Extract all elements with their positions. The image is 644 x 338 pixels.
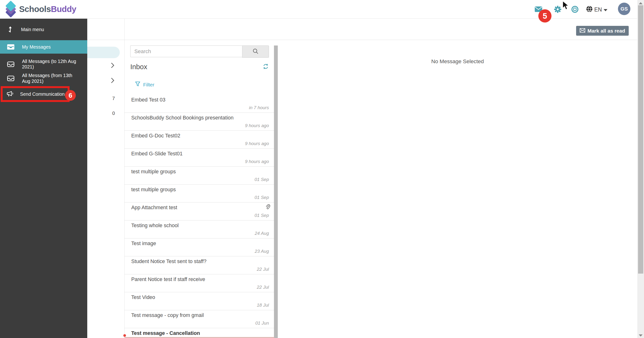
message-subject: Test message - copy from gmail	[131, 312, 204, 318]
message-timestamp: 01 Sep	[254, 213, 269, 218]
sidebar-item-label: All Messages (to 12th Aug 2021)	[22, 59, 87, 70]
message-subject: test multiple groups	[131, 187, 176, 193]
search-button[interactable]	[242, 46, 269, 58]
message-list-item[interactable]: Testing whole school 24 Aug	[124, 221, 274, 238]
message-timestamp: 22 Jul	[257, 267, 269, 272]
message-timestamp: 9 hours ago	[245, 123, 269, 128]
sidebar-item-label: My Messages	[22, 44, 51, 50]
message-subject: SchoolsBuddy School Bookings presentatio…	[131, 115, 234, 121]
message-list-item[interactable]: SchoolsBuddy School Bookings presentatio…	[124, 113, 274, 131]
scroll-down-arrow-icon[interactable]	[639, 334, 642, 336]
message-timestamp: 9 hours ago	[245, 159, 269, 164]
message-subject: Embed G-Slide Test01	[131, 151, 183, 157]
top-app-bar: SchoolsBuddy 5	[0, 0, 644, 19]
unread-count-badge: 5	[538, 9, 552, 23]
mouse-cursor	[562, 1, 570, 12]
folder-count: 0	[111, 111, 116, 116]
mark-all-as-read-button[interactable]: Mark all as read	[576, 26, 629, 36]
chevron-right-icon[interactable]	[111, 77, 114, 85]
filter-button[interactable]: Filter	[135, 81, 154, 88]
folders-subnav: 7 0	[87, 19, 124, 338]
folder-count: 7	[111, 96, 116, 101]
sidebar-item-send-communication[interactable]: Send Communication	[1, 86, 70, 102]
message-list-item[interactable]: Embed G-Doc Test02 9 hours ago	[124, 131, 274, 149]
content-header-divider	[87, 40, 637, 40]
selected-folder-pill[interactable]	[87, 47, 120, 58]
schoolsbuddy-logo[interactable]: SchoolsBuddy	[4, 2, 76, 17]
level-up-arrow-icon	[7, 26, 14, 33]
message-list-item[interactable]: Embed G-Slide Test01 9 hours ago	[124, 149, 274, 166]
chevron-right-icon[interactable]	[111, 62, 114, 69]
sidebar-item-label: Send Communication	[20, 91, 64, 97]
page-content: 7 0 Inbox	[0, 19, 644, 338]
message-subject: test multiple groups	[131, 169, 176, 175]
globe-icon	[586, 6, 592, 14]
sidebar-item-label: Main menu	[21, 27, 44, 32]
no-message-selected-text: No Message Selected	[278, 58, 637, 65]
annotation-step-badge: 6	[65, 90, 76, 101]
message-subject: Embed Test 03	[131, 97, 166, 103]
caret-down-icon	[604, 9, 608, 11]
main-sidebar: Main menu My Messages All Messages (to 1…	[0, 19, 87, 338]
message-list-item[interactable]: Embed Test 03 in 7 hours	[124, 95, 274, 113]
message-subject: Test message - Cancellation	[131, 330, 200, 336]
logo-diamonds-icon	[4, 2, 18, 17]
window-scrollbar[interactable]	[637, 0, 644, 338]
message-list-item[interactable]: Parent Notice test if staff receive 22 J…	[124, 274, 274, 292]
gear-icon[interactable]	[554, 6, 562, 14]
message-list-item[interactable]: test multiple groups 01 Sep	[124, 166, 274, 185]
search-icon	[252, 48, 259, 55]
message-timestamp: 22 Jul	[257, 285, 269, 290]
language-label: EN	[594, 7, 602, 13]
message-list-item[interactable]: Test image 23 Aug	[124, 238, 274, 256]
recording-dot	[123, 334, 126, 337]
mail-read-icon	[580, 28, 585, 34]
message-list: Embed Test 03 in 7 hours SchoolsBuddy Sc…	[124, 95, 274, 338]
megaphone-icon	[7, 91, 14, 97]
filter-funnel-icon	[135, 81, 140, 88]
message-list-item[interactable]: test multiple groups 01 Sep	[124, 185, 274, 203]
sidebar-item-label: All Messages (from 13th Aug 2021)	[22, 73, 77, 84]
message-list-item[interactable]: Student Notice Test sent to staff? 22 Ju…	[124, 256, 274, 274]
inbox-icon	[7, 62, 14, 67]
search-input[interactable]	[130, 46, 242, 57]
inbox-icon	[7, 44, 14, 50]
message-subject: Student Notice Test sent to staff?	[131, 259, 206, 264]
language-selector[interactable]: EN	[586, 6, 608, 14]
help-icon[interactable]	[571, 6, 578, 14]
search-bar	[130, 46, 269, 57]
message-subject: Testing whole school	[131, 223, 178, 229]
message-list-panel: Inbox Filter Embed Test 03	[124, 19, 274, 338]
sidebar-item-all-messages-to[interactable]: All Messages (to 12th Aug 2021)	[0, 57, 87, 71]
sidebar-item-main-menu[interactable]: Main menu	[0, 19, 87, 40]
message-timestamp: 01 Jun	[255, 320, 269, 326]
message-subject: App Attachment test	[131, 205, 177, 211]
inbox-title: Inbox	[130, 63, 147, 71]
scrollbar-thumb[interactable]	[638, 5, 643, 274]
message-list-item[interactable]: Test Video 18 Jul	[124, 292, 274, 310]
list-bottom-indicator	[124, 337, 274, 338]
message-subject: Parent Notice test if staff receive	[131, 276, 205, 282]
sidebar-item-my-messages[interactable]: My Messages	[0, 40, 87, 54]
message-timestamp: 01 Sep	[254, 195, 269, 200]
scroll-up-arrow-icon[interactable]	[639, 2, 642, 4]
message-timestamp: 23 Aug	[254, 249, 269, 254]
message-list-scrollbar[interactable]	[274, 46, 278, 338]
filter-label: Filter	[143, 82, 154, 88]
message-timestamp: 24 Aug	[254, 231, 269, 236]
message-list-item[interactable]: App Attachment test 01 Sep	[124, 203, 274, 221]
mark-all-label: Mark all as read	[587, 28, 625, 34]
message-timestamp: 01 Sep	[254, 177, 269, 182]
message-timestamp: in 7 hours	[249, 105, 269, 110]
message-subject: Test image	[131, 241, 156, 247]
message-timestamp: 18 Jul	[257, 302, 269, 308]
logo-text: SchoolsBuddy	[19, 4, 76, 14]
message-list-item[interactable]: Test message - Cancellation	[124, 328, 274, 338]
message-list-item[interactable]: Test message - copy from gmail 01 Jun	[124, 310, 274, 328]
avatar[interactable]: GS	[618, 3, 630, 15]
message-subject: Test Video	[131, 294, 155, 300]
attachment-paperclip-icon	[265, 204, 270, 211]
inbox-icon	[7, 76, 14, 81]
sidebar-item-all-messages-from[interactable]: All Messages (from 13th Aug 2021)	[0, 71, 87, 86]
refresh-icon[interactable]	[262, 63, 269, 71]
